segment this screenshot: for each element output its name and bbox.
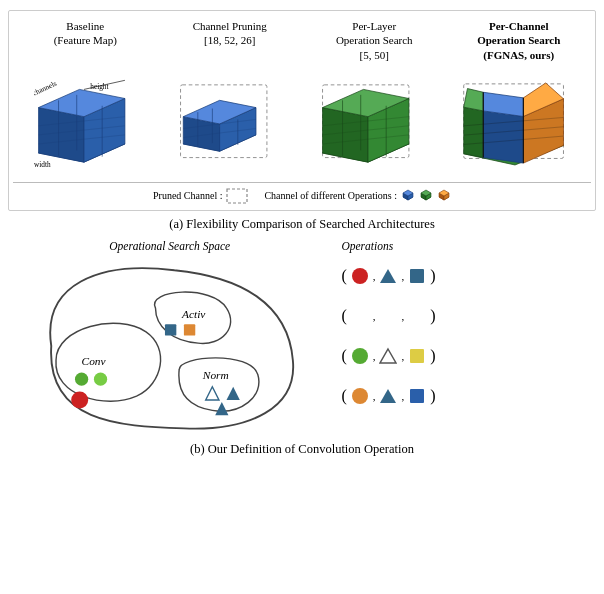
svg-text:channels: channels bbox=[34, 79, 58, 97]
op-paren-close-1: ) bbox=[430, 267, 435, 285]
blob-container: Activ Conv Norm bbox=[8, 256, 331, 436]
search-space: Operational Search Space Activ bbox=[8, 240, 331, 436]
arch-visuals: channels height width bbox=[13, 66, 591, 176]
svg-text:Norm: Norm bbox=[202, 369, 229, 381]
svg-text:Conv: Conv bbox=[82, 355, 107, 367]
caption-top-text: (a) Flexibility Comparison of Searched A… bbox=[169, 217, 435, 231]
search-space-title: Operational Search Space bbox=[8, 240, 331, 252]
op-paren-open-4: ( bbox=[341, 387, 346, 405]
operations-panel: Operations ( , , ) ( , , ) bbox=[331, 240, 596, 422]
svg-rect-48 bbox=[227, 189, 247, 203]
svg-marker-26 bbox=[323, 107, 368, 162]
header-perchannel-text: Per-ChannelOperation Search(FGNAS, ours) bbox=[477, 20, 560, 61]
op-paren-close-3: ) bbox=[430, 347, 435, 365]
op-paren-open-1: ( bbox=[341, 267, 346, 285]
svg-rect-74 bbox=[410, 269, 424, 283]
op-paren-close-2: ) bbox=[430, 307, 435, 325]
main-container: Baseline(Feature Map) Channel Pruning[18… bbox=[0, 0, 604, 594]
legend-ops-label: Channel of different Operations : bbox=[264, 190, 397, 201]
legend-ops: Channel of different Operations : bbox=[264, 189, 451, 203]
header-baseline: Baseline(Feature Map) bbox=[20, 19, 150, 62]
bottom-section: Operational Search Space Activ bbox=[8, 240, 596, 436]
legend-pruned: Pruned Channel : bbox=[153, 188, 248, 204]
svg-marker-73 bbox=[380, 269, 396, 283]
legend-pruned-label: Pruned Channel : bbox=[153, 190, 222, 201]
svg-point-66 bbox=[94, 372, 107, 385]
operations-title: Operations bbox=[341, 240, 596, 252]
op-row-1: ( , , ) bbox=[341, 262, 596, 290]
op-row-2: ( , , ) bbox=[341, 302, 596, 330]
svg-marker-70 bbox=[227, 387, 240, 400]
svg-rect-62 bbox=[165, 324, 176, 335]
svg-point-72 bbox=[352, 268, 368, 284]
pruning-visual bbox=[176, 86, 276, 176]
baseline-visual: channels height width bbox=[34, 86, 134, 176]
svg-marker-79 bbox=[380, 389, 396, 403]
svg-marker-37 bbox=[464, 107, 484, 157]
svg-text:width: width bbox=[34, 161, 51, 169]
svg-marker-69 bbox=[206, 387, 219, 400]
perlayer-visual bbox=[318, 86, 418, 176]
svg-marker-40 bbox=[464, 88, 484, 110]
header-pruning: Channel Pruning[18, 52, 26] bbox=[165, 19, 295, 62]
op-paren-open-2: ( bbox=[341, 307, 346, 325]
op-row-4: ( , , ) bbox=[341, 382, 596, 410]
header-perlayer-text: Per-LayerOperation Search[5, 50] bbox=[336, 20, 413, 61]
svg-rect-63 bbox=[184, 324, 195, 335]
perchannel-visual bbox=[460, 86, 570, 176]
svg-text:Activ: Activ bbox=[181, 307, 206, 319]
caption-top: (a) Flexibility Comparison of Searched A… bbox=[169, 217, 435, 232]
svg-marker-38 bbox=[483, 111, 523, 163]
top-section: Baseline(Feature Map) Channel Pruning[18… bbox=[8, 10, 596, 211]
op-paren-open-3: ( bbox=[341, 347, 346, 365]
svg-rect-77 bbox=[410, 349, 424, 363]
svg-point-67 bbox=[71, 391, 88, 408]
header-baseline-text: Baseline(Feature Map) bbox=[54, 20, 117, 46]
op-paren-close-4: ) bbox=[430, 387, 435, 405]
legend-row: Pruned Channel : Channel of different Op… bbox=[13, 182, 591, 204]
svg-marker-76 bbox=[380, 349, 396, 363]
svg-point-75 bbox=[352, 348, 368, 364]
header-perchannel: Per-ChannelOperation Search(FGNAS, ours) bbox=[454, 19, 584, 62]
svg-point-65 bbox=[75, 372, 88, 385]
op-row-3: ( , , ) bbox=[341, 342, 596, 370]
svg-marker-71 bbox=[215, 402, 228, 415]
search-space-label: Operational Search Space bbox=[109, 240, 230, 252]
header-pruning-text: Channel Pruning[18, 52, 26] bbox=[193, 20, 267, 46]
svg-rect-80 bbox=[410, 389, 424, 403]
caption-bottom-text: (b) Our Definition of Convolution Operat… bbox=[190, 442, 414, 456]
caption-bottom: (b) Our Definition of Convolution Operat… bbox=[8, 442, 596, 457]
arch-headers: Baseline(Feature Map) Channel Pruning[18… bbox=[13, 19, 591, 62]
header-perlayer: Per-LayerOperation Search[5, 50] bbox=[309, 19, 439, 62]
svg-marker-1 bbox=[39, 107, 84, 162]
operations-title-text: Operations bbox=[341, 240, 393, 252]
svg-point-78 bbox=[352, 388, 368, 404]
